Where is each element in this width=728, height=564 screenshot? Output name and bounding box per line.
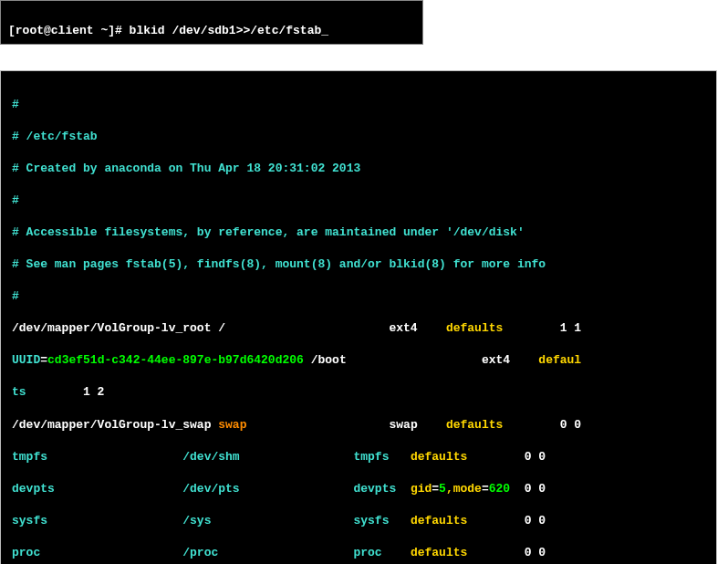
fstab-comment: # — [12, 193, 705, 209]
fstab-entry-sysfs: sysfs /sys sysfs defaults 0 0 — [12, 513, 705, 529]
fstab-entry-boot-cont: ts 1 2 — [12, 384, 705, 401]
fstab-comment: # /etc/fstab — [12, 129, 705, 145]
fstab-entry-proc: proc /proc proc defaults 0 0 — [12, 545, 705, 561]
fstab-comment: # Accessible filesystems, by reference, … — [12, 225, 705, 241]
terminal-2-editor[interactable]: # # /etc/fstab # Created by anaconda on … — [0, 70, 717, 564]
fstab-entry-devpts: devpts /dev/pts devpts gid=5,mode=620 0 … — [12, 481, 705, 497]
fstab-comment: # Created by anaconda on Thu Apr 18 20:3… — [12, 161, 705, 177]
fstab-entry-tmpfs: tmpfs /dev/shm tmpfs defaults 0 0 — [12, 449, 705, 465]
terminal-1[interactable]: [root@client ~]# blkid /dev/sdb1>>/etc/f… — [0, 0, 423, 45]
fstab-comment: # — [12, 97, 705, 113]
fstab-comment: # See man pages fstab(5), findfs(8), mou… — [12, 256, 705, 273]
fstab-entry-boot: UUID=cd3ef51d-c342-44ee-897e-b97d6420d20… — [12, 352, 705, 369]
fstab-comment: # — [12, 288, 705, 305]
term1-command: [root@client ~]# blkid /dev/sdb1>>/etc/f… — [8, 24, 328, 37]
fstab-entry-swap: /dev/mapper/VolGroup-lv_swap swap swap d… — [12, 417, 705, 433]
fstab-entry-root: /dev/mapper/VolGroup-lv_root / ext4 defa… — [12, 320, 705, 337]
